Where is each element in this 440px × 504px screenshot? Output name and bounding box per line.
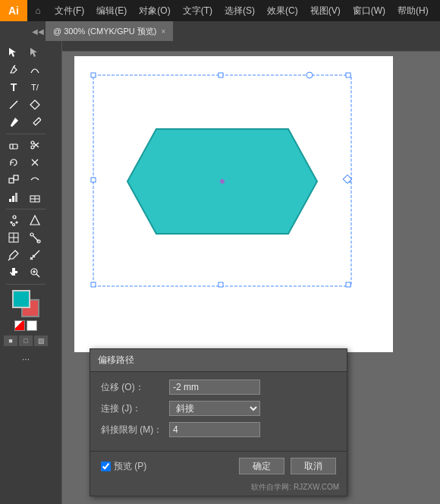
menu-select[interactable]: 选择(S) <box>218 0 261 21</box>
canvas-area: 偏移路径 位移 (O)： 连接 (J)： 斜接 圆角 斜切 <box>52 41 440 504</box>
ok-button[interactable]: 确定 <box>239 458 284 474</box>
pencil-tool[interactable] <box>24 114 46 131</box>
dialog-body: 位移 (O)： 连接 (J)： 斜接 圆角 斜切 <box>90 372 347 451</box>
svg-line-30 <box>8 259 10 260</box>
offset-path-dialog: 偏移路径 位移 (O)： 连接 (J)： 斜接 圆角 斜切 <box>90 348 347 496</box>
more-tools-button[interactable]: ··· <box>9 351 42 367</box>
preview-label: 预览 (P) <box>114 460 146 473</box>
warp-tool[interactable] <box>24 172 46 188</box>
color-swatches[interactable] <box>12 290 39 317</box>
symbol-sprayer-tool[interactable] <box>3 212 24 228</box>
menu-help[interactable]: 帮助(H) <box>391 0 435 21</box>
menu-file[interactable]: 文件(F) <box>49 0 90 21</box>
curvature-tool[interactable] <box>24 61 46 78</box>
mode-row: ■ □ ▨ <box>4 335 48 346</box>
menu-effect[interactable]: 效果(C) <box>261 0 304 21</box>
white-black-reset[interactable] <box>27 320 37 331</box>
none-color[interactable] <box>14 320 25 331</box>
hexagon-svg <box>90 71 355 291</box>
scissor-tool[interactable] <box>24 137 46 153</box>
type-tool[interactable]: T <box>3 79 24 96</box>
home-icon[interactable]: ⌂ <box>27 0 49 21</box>
dialog-footer: 预览 (P) 确定 取消 <box>90 451 347 480</box>
menu-edit[interactable]: 编辑(E) <box>90 0 133 21</box>
tool-row-selection <box>3 44 49 61</box>
preview-checkbox-label[interactable]: 预览 (P) <box>101 460 233 473</box>
document-tab[interactable]: @ 300% (CMYK/GPU 预览) × <box>46 21 173 41</box>
ruler-horizontal <box>52 41 440 52</box>
line-tool[interactable] <box>3 96 24 113</box>
svg-rect-15 <box>15 193 17 202</box>
svg-rect-46 <box>346 282 350 287</box>
shape-tool[interactable] <box>24 96 46 113</box>
ruler-vertical <box>52 41 62 504</box>
cancel-button[interactable]: 取消 <box>291 458 336 474</box>
rotate-tool[interactable] <box>3 154 24 171</box>
gradient-mode[interactable]: ▨ <box>34 335 48 346</box>
measure-tool[interactable] <box>24 247 46 263</box>
svg-point-50 <box>220 179 225 184</box>
title-bar: Ai ⌂ 文件(F) 编辑(E) 对象(O) 文字(T) 选择(S) 效果(C)… <box>0 0 440 21</box>
join-select-wrapper: 斜接 圆角 斜切 <box>169 401 260 416</box>
foreground-color-swatch[interactable] <box>12 290 30 308</box>
toolbar: T T/ <box>0 41 52 504</box>
zoom-tool[interactable] <box>24 264 46 281</box>
hand-tool[interactable] <box>3 264 24 281</box>
tab-close-button[interactable]: × <box>161 27 165 36</box>
graph-tool[interactable] <box>3 189 24 206</box>
offset-label: 位移 (O)： <box>101 381 169 394</box>
quick-color-row <box>14 320 37 331</box>
gradient-tool[interactable] <box>24 229 46 246</box>
tool-row-hand <box>3 264 49 281</box>
miter-label: 斜接限制 (M)： <box>101 424 169 436</box>
tool-row-line <box>3 96 49 113</box>
svg-rect-44 <box>91 282 96 287</box>
toolbar-divider-2 <box>6 209 46 209</box>
watermark: 软件自学网: RJZXW.COM <box>90 480 347 496</box>
fill-mode[interactable]: ■ <box>4 335 17 346</box>
panel-collapse[interactable]: ◀◀ <box>30 21 46 41</box>
svg-rect-41 <box>346 73 350 77</box>
more-tools: ··· <box>9 351 42 367</box>
preview-checkbox[interactable] <box>101 461 111 471</box>
miter-input[interactable] <box>169 422 260 437</box>
type-touch-tool[interactable]: T/ <box>24 79 46 96</box>
offset-row: 位移 (O)： <box>101 380 336 395</box>
eraser-tool[interactable] <box>3 137 24 153</box>
tool-row-symbol <box>3 212 49 228</box>
stroke-mode[interactable]: □ <box>19 335 33 346</box>
selection-tool[interactable] <box>3 44 24 61</box>
svg-line-2 <box>10 101 17 109</box>
eyedropper-tool[interactable] <box>3 247 24 263</box>
svg-point-7 <box>31 141 34 144</box>
column-graph-tool[interactable] <box>24 189 46 206</box>
perspective-grid-tool[interactable] <box>24 212 46 228</box>
svg-marker-0 <box>9 48 16 57</box>
join-row: 连接 (J)： 斜接 圆角 斜切 <box>101 401 336 416</box>
scale-tool[interactable] <box>3 172 24 188</box>
mesh-tool[interactable] <box>3 229 24 246</box>
svg-rect-11 <box>9 178 14 183</box>
svg-rect-13 <box>9 199 11 202</box>
tool-row-paint <box>3 114 49 131</box>
svg-rect-12 <box>14 175 18 180</box>
color-section: ■ □ ▨ <box>4 290 48 346</box>
offset-input[interactable] <box>169 380 260 395</box>
menu-object[interactable]: 对象(O) <box>133 0 176 21</box>
menu-text[interactable]: 文字(T) <box>177 0 218 21</box>
menu-window[interactable]: 窗口(W) <box>347 0 391 21</box>
tab-bar: ◀◀ @ 300% (CMYK/GPU 预览) × <box>0 21 440 41</box>
tool-row-eraser <box>3 137 49 153</box>
svg-rect-40 <box>218 73 223 77</box>
menu-view[interactable]: 视图(V) <box>304 0 347 21</box>
paintbrush-tool[interactable] <box>3 114 24 131</box>
svg-rect-39 <box>91 73 96 77</box>
svg-marker-3 <box>30 100 39 109</box>
toolbar-divider-3 <box>6 284 46 285</box>
tab-label: @ 300% (CMYK/GPU 预览) <box>53 26 156 37</box>
join-select[interactable]: 斜接 圆角 斜切 <box>169 401 260 416</box>
pen-tool[interactable] <box>3 61 24 78</box>
reflect-tool[interactable] <box>24 154 46 171</box>
direct-selection-tool[interactable] <box>24 44 46 61</box>
svg-point-8 <box>31 146 34 149</box>
